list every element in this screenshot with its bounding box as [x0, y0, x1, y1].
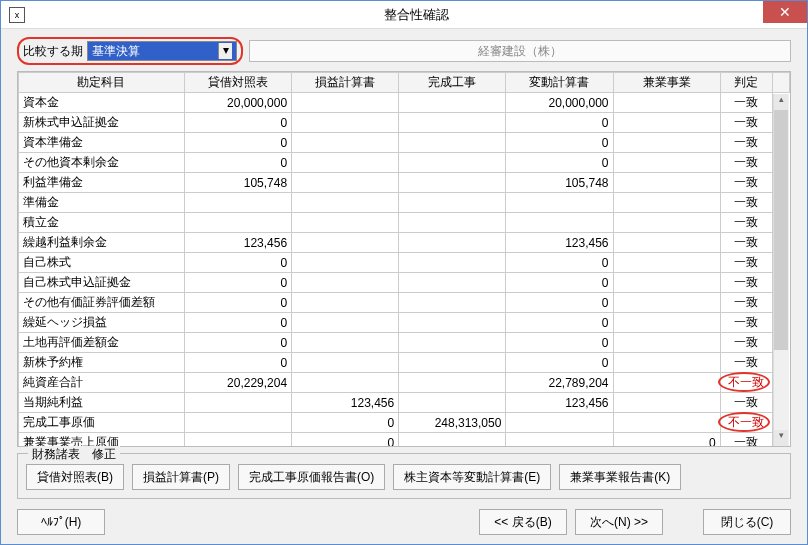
side-business-button[interactable]: 兼業事業報告書(K) [559, 464, 681, 490]
equity-change-button[interactable]: 株主資本等変動計算書(E) [393, 464, 551, 490]
mismatch-annotation [718, 372, 770, 392]
table-row[interactable]: その他有価証券評価差額00一致 [19, 293, 790, 313]
cell-pl [292, 253, 399, 273]
cell-tb: 0 [184, 133, 291, 153]
cell-kg: 0 [613, 433, 720, 448]
col-header-hantei[interactable]: 判定 [720, 73, 773, 93]
cell-kj [399, 213, 506, 233]
table-row[interactable]: 自己株式00一致 [19, 253, 790, 273]
compare-period-select[interactable]: 基準決算 ▾ [87, 41, 237, 61]
close-button[interactable]: 閉じる(C) [703, 509, 791, 535]
cell-kg [613, 393, 720, 413]
next-button[interactable]: 次へ(N) >> [575, 509, 663, 535]
cell-tb: 20,000,000 [184, 93, 291, 113]
cell-kj [399, 233, 506, 253]
cell-kj [399, 433, 506, 448]
cell-kg [613, 293, 720, 313]
col-header-hk[interactable]: 変動計算書 [506, 73, 613, 93]
cell-kj [399, 113, 506, 133]
cell-hantei: 一致 [720, 353, 773, 373]
cell-kj [399, 173, 506, 193]
company-name-text: 経審建設（株） [478, 43, 562, 60]
cell-pl [292, 133, 399, 153]
cell-hantei: 一致 [720, 313, 773, 333]
cell-tb: 123,456 [184, 233, 291, 253]
cell-pl [292, 173, 399, 193]
cell-hk: 123,456 [506, 233, 613, 253]
table-row[interactable]: 完成工事原価0248,313,050不一致 [19, 413, 790, 433]
scroll-up-icon[interactable]: ▴ [774, 94, 788, 110]
cell-kj [399, 313, 506, 333]
vertical-scrollbar[interactable]: ▴ ▾ [773, 94, 789, 446]
cell-hantei: 一致 [720, 253, 773, 273]
cell-tb: 0 [184, 293, 291, 313]
table-row[interactable]: その他資本剰余金00一致 [19, 153, 790, 173]
table-row[interactable]: 繰越利益剰余金123,456123,456一致 [19, 233, 790, 253]
back-button[interactable]: << 戻る(B) [479, 509, 567, 535]
completed-works-button[interactable]: 完成工事原価報告書(O) [238, 464, 385, 490]
cell-pl [292, 333, 399, 353]
cell-pl: 0 [292, 433, 399, 448]
cell-kj [399, 93, 506, 113]
window-title: 整合性確認 [25, 6, 807, 24]
balance-sheet-button[interactable]: 貸借対照表(B) [26, 464, 124, 490]
col-header-name[interactable]: 勘定科目 [19, 73, 185, 93]
cell-tb: 105,748 [184, 173, 291, 193]
cell-hk: 0 [506, 153, 613, 173]
cell-hk [506, 413, 613, 433]
help-button[interactable]: ﾍﾙﾌﾟ(H) [17, 509, 105, 535]
cell-name: 利益準備金 [19, 173, 185, 193]
cell-name: 繰越利益剰余金 [19, 233, 185, 253]
col-header-pl[interactable]: 損益計算書 [292, 73, 399, 93]
cell-name: 自己株式 [19, 253, 185, 273]
close-icon[interactable]: ✕ [763, 1, 807, 23]
col-header-kg[interactable]: 兼業事業 [613, 73, 720, 93]
table-row[interactable]: 新株式申込証拠金00一致 [19, 113, 790, 133]
compare-period-value: 基準決算 [92, 43, 140, 60]
col-header-tb[interactable]: 貸借対照表 [184, 73, 291, 93]
cell-kg [613, 333, 720, 353]
cell-name: その他有価証券評価差額 [19, 293, 185, 313]
table-row[interactable]: 土地再評価差額金00一致 [19, 333, 790, 353]
titlebar: x 整合性確認 ✕ [1, 1, 807, 29]
scroll-thumb[interactable] [774, 110, 788, 350]
table-row[interactable]: 資本準備金00一致 [19, 133, 790, 153]
cell-hk [506, 193, 613, 213]
table-row[interactable]: 繰延ヘッジ損益00一致 [19, 313, 790, 333]
system-menu-icon[interactable]: x [9, 7, 25, 23]
table-row[interactable]: 新株予約権00一致 [19, 353, 790, 373]
cell-hk: 123,456 [506, 393, 613, 413]
cell-hk: 0 [506, 293, 613, 313]
table-row[interactable]: 純資産合計20,229,20422,789,204不一致 [19, 373, 790, 393]
cell-hantei: 一致 [720, 173, 773, 193]
table-row[interactable]: 当期純利益123,456123,456一致 [19, 393, 790, 413]
table-row[interactable]: 積立金一致 [19, 213, 790, 233]
cell-hantei: 一致 [720, 333, 773, 353]
cell-name: 完成工事原価 [19, 413, 185, 433]
cell-name: 純資産合計 [19, 373, 185, 393]
table-row[interactable]: 兼業事業売上原価00一致 [19, 433, 790, 448]
cell-name: 新株予約権 [19, 353, 185, 373]
col-header-kj[interactable]: 完成工事 [399, 73, 506, 93]
cell-hk: 0 [506, 113, 613, 133]
cell-tb: 0 [184, 313, 291, 333]
cell-hantei: 一致 [720, 133, 773, 153]
mismatch-annotation [718, 412, 770, 432]
cell-hantei: 一致 [720, 393, 773, 413]
cell-kj [399, 253, 506, 273]
cell-pl [292, 213, 399, 233]
table-row[interactable]: 資本金20,000,00020,000,000一致 [19, 93, 790, 113]
table-row[interactable]: 準備金一致 [19, 193, 790, 213]
cell-hantei: 一致 [720, 153, 773, 173]
cell-hantei: 不一致 [720, 373, 773, 393]
scroll-down-icon[interactable]: ▾ [774, 430, 788, 446]
table-row[interactable]: 利益準備金105,748105,748一致 [19, 173, 790, 193]
cell-tb: 0 [184, 153, 291, 173]
cell-kj [399, 353, 506, 373]
cell-name: 土地再評価差額金 [19, 333, 185, 353]
cell-kg [613, 193, 720, 213]
pl-statement-button[interactable]: 損益計算書(P) [132, 464, 230, 490]
cell-kg [613, 353, 720, 373]
cell-kg [613, 153, 720, 173]
table-row[interactable]: 自己株式申込証拠金00一致 [19, 273, 790, 293]
